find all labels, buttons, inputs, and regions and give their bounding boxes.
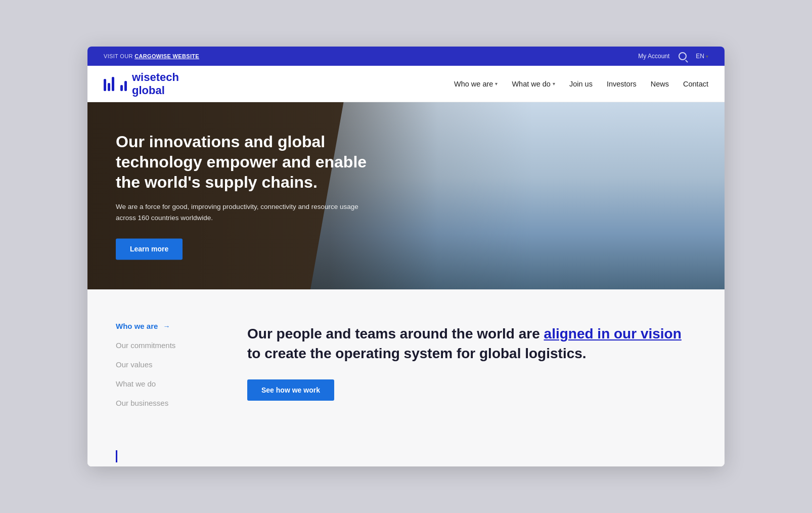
sidebar-link-our-businesses[interactable]: Our businesses — [116, 399, 168, 407]
sidebar-link-who-we-are[interactable]: Who we are → — [116, 322, 170, 330]
visit-text: VISIT OUR — [104, 53, 133, 59]
sidebar-link-our-values[interactable]: Our values — [116, 360, 153, 369]
content-main: Our people and teams around the world ar… — [247, 322, 696, 418]
nav-link-news[interactable]: News — [651, 80, 669, 88]
sidebar-label-what-we-do: What we do — [116, 379, 156, 388]
language-selector[interactable]: EN ▾ — [696, 53, 708, 60]
sidebar-item-our-businesses[interactable]: Our businesses — [116, 399, 217, 408]
content-heading-link[interactable]: aligned in our vision — [544, 326, 682, 341]
logo-bar-3 — [112, 77, 114, 91]
hero-title: Our innovations and global technology em… — [116, 132, 379, 192]
sidebar-item-our-commitments[interactable]: Our commitments — [116, 341, 217, 350]
sidebar-item-our-values[interactable]: Our values — [116, 360, 217, 369]
see-how-we-work-button[interactable]: See how we work — [247, 379, 334, 401]
content-section: Who we are → Our commitments Our values — [87, 289, 725, 450]
logo-text: wisetech global — [132, 71, 179, 97]
sidebar-label-our-commitments: Our commitments — [116, 341, 175, 350]
hero-section: Our innovations and global technology em… — [87, 102, 725, 289]
sidebar-item-who-we-are[interactable]: Who we are → — [116, 322, 217, 331]
primary-nav: Who we are ▾ What we do ▾ Join us — [454, 80, 708, 88]
content-heading-plain: Our people and teams around the world ar… — [247, 326, 544, 341]
my-account-link[interactable]: My Account — [638, 53, 669, 60]
utility-bar: VISIT OUR CARGOWISE WEBSITE My Account E… — [87, 47, 725, 66]
nav-item-contact[interactable]: Contact — [683, 80, 708, 88]
hero-learn-more-button[interactable]: Learn more — [116, 239, 183, 260]
vertical-accent-line — [116, 450, 117, 462]
logo-line1: wisetech — [132, 71, 179, 83]
sidebar-arrow-icon: → — [163, 322, 170, 330]
bottom-accent-area — [87, 450, 725, 466]
nav-label-investors: Investors — [607, 80, 637, 88]
logo-bar-5 — [124, 81, 127, 91]
sidebar-label-who-we-are: Who we are — [116, 322, 158, 330]
sidebar-nav: Who we are → Our commitments Our values — [116, 322, 217, 418]
logo-bars-icon — [104, 77, 127, 91]
nav-link-investors[interactable]: Investors — [607, 80, 637, 88]
nav-item-investors[interactable]: Investors — [607, 80, 637, 88]
nav-label-join-us: Join us — [569, 80, 593, 88]
utility-bar-right: My Account EN ▾ — [638, 52, 708, 60]
nav-item-who-we-are[interactable]: Who we are ▾ — [454, 80, 498, 88]
sidebar-label-our-businesses: Our businesses — [116, 399, 168, 407]
nav-link-what-we-do[interactable]: What we do ▾ — [512, 80, 555, 88]
hero-subtitle: We are a force for good, improving produ… — [116, 201, 379, 223]
logo-bar-2 — [108, 83, 110, 91]
nav-link-join-us[interactable]: Join us — [569, 80, 593, 88]
logo-bar-4 — [120, 85, 123, 91]
nav-item-news[interactable]: News — [651, 80, 669, 88]
lang-chevron-icon: ▾ — [706, 54, 708, 59]
content-heading-end: to create the operating system for globa… — [247, 346, 587, 361]
sidebar-link-our-commitments[interactable]: Our commitments — [116, 341, 175, 350]
logo-bar-1 — [104, 79, 106, 91]
nav-label-what-we-do: What we do — [512, 80, 551, 88]
sidebar-nav-list: Who we are → Our commitments Our values — [116, 322, 217, 408]
sidebar-link-what-we-do[interactable]: What we do — [116, 379, 156, 388]
chevron-down-icon: ▾ — [495, 81, 498, 87]
sidebar-label-our-values: Our values — [116, 360, 153, 369]
nav-label-who-we-are: Who we are — [454, 80, 493, 88]
nav-label-contact: Contact — [683, 80, 708, 88]
lang-label: EN — [696, 53, 704, 60]
nav-item-what-we-do[interactable]: What we do ▾ — [512, 80, 555, 88]
nav-label-news: News — [651, 80, 669, 88]
nav-link-who-we-are[interactable]: Who we are ▾ — [454, 80, 498, 88]
utility-bar-left: VISIT OUR CARGOWISE WEBSITE — [104, 53, 199, 59]
sidebar-item-what-we-do[interactable]: What we do — [116, 379, 217, 389]
main-nav: wisetech global Who we are ▾ What we do … — [87, 66, 725, 102]
logo[interactable]: wisetech global — [104, 71, 179, 97]
chevron-down-icon: ▾ — [553, 81, 555, 87]
nav-links-list: Who we are ▾ What we do ▾ Join us — [454, 80, 708, 88]
content-heading: Our people and teams around the world ar… — [247, 324, 696, 363]
search-icon[interactable] — [679, 52, 687, 60]
browser-window: VISIT OUR CARGOWISE WEBSITE My Account E… — [87, 47, 725, 466]
logo-line2: global — [132, 84, 179, 97]
nav-item-join-us[interactable]: Join us — [569, 80, 593, 88]
hero-content: Our innovations and global technology em… — [116, 132, 379, 260]
cargowise-link[interactable]: CARGOWISE WEBSITE — [134, 53, 199, 59]
nav-link-contact[interactable]: Contact — [683, 80, 708, 88]
